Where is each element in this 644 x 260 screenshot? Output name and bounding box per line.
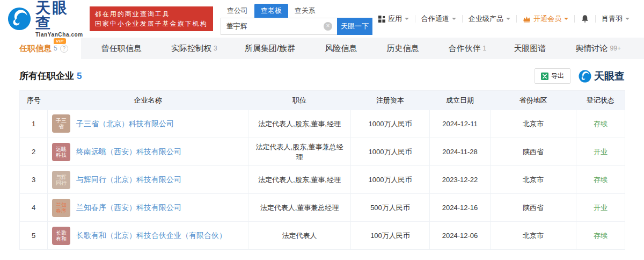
cell-position: 法定代表人,股东,董事兼总经理 (248, 138, 351, 166)
tianyancha-logo[interactable]: 天眼查 TianYanCha.com (8, 1, 83, 38)
column-header-capital: 注册资本 (351, 91, 430, 110)
nav-item-count: 3 (214, 45, 217, 52)
tianyancha-logo-icon (8, 7, 31, 31)
company-logo: 兰知 春序 (52, 199, 70, 217)
cell-capital: 500万人民币 (351, 194, 430, 222)
cell-date: 2024-12-16 (430, 194, 491, 222)
search-input[interactable] (221, 18, 337, 35)
section-head: 所有任职企业5 导出 天眼查 (19, 68, 625, 84)
cell-company: 远眺 科技 终南远眺（西安）科技有限公司 (48, 138, 248, 166)
nav-item[interactable]: 所属集团/族群 (238, 38, 304, 59)
nav-item-label: 实际控制权 (171, 44, 211, 54)
search-tab[interactable]: 查关系 (288, 4, 322, 18)
search-button[interactable]: 天眼一下 (337, 18, 372, 35)
nav-item[interactable]: 舆情讨论 99+ (569, 38, 628, 59)
company-link[interactable]: 长歌有和（北京）科技合伙企业（有限合伙） (76, 230, 226, 241)
nav-item[interactable]: 实际控制权 3 (164, 38, 224, 59)
cell-status: 存续 (576, 110, 625, 138)
page-title: 所有任职企业5 (19, 70, 82, 82)
apps-grid-icon (378, 16, 385, 23)
cell-company: 与辉 同行 与辉同行（北京）科技有限公司 (48, 166, 248, 194)
cell-index: 3 (20, 166, 48, 194)
company-link[interactable]: 与辉同行（北京）科技有限公司 (76, 175, 181, 185)
nav-item-label: 任职信息 (19, 44, 52, 54)
cell-date: 2024-11-28 (430, 138, 491, 166)
user-menu[interactable]: 肖青羽 (596, 14, 635, 24)
menu-apps[interactable]: 应用 (372, 14, 415, 24)
cell-capital: 1000万人民币 (351, 138, 430, 166)
company-logo: 远眺 科技 (52, 143, 70, 161)
cell-date: 2024-12-11 (430, 110, 491, 138)
column-header-status: 登记状态 (576, 91, 625, 110)
company-logo: 长歌 有和 (52, 227, 70, 245)
nav-item[interactable]: 历史信息 (379, 38, 428, 59)
promo-line-1: 都在用的商业查询工具 (95, 9, 208, 19)
nav-item[interactable]: 风险信息 (318, 38, 366, 59)
company-link[interactable]: 兰知春序（西安）科技有限公司 (76, 203, 181, 213)
chevron-down-icon (564, 18, 568, 22)
section-count: 5 (77, 71, 82, 81)
cell-region: 北京市 (491, 166, 576, 194)
top-header: 天眼查 TianYanCha.com 都在用的商业查询工具 国家中小企业发展子基… (0, 0, 644, 38)
promo-line-2: 国家中小企业发展子基金旗下机构 (95, 19, 208, 28)
nav-item-count: 99+ (610, 45, 621, 52)
export-button[interactable]: 导出 (535, 68, 570, 84)
column-header-position: 职位 (248, 91, 351, 110)
company-logo: 子三 省 (52, 114, 70, 133)
promo-badge: 都在用的商业查询工具 国家中小企业发展子基金旗下机构 (90, 6, 213, 31)
chevron-down-icon (506, 18, 510, 22)
column-header-date: 成立日期 (430, 91, 491, 110)
top-menu: 应用 合作通道 企业级产品 开通会员 (372, 14, 635, 24)
nav-item-count: 1 (483, 45, 487, 52)
export-label: 导出 (551, 71, 564, 81)
table-row: 1 子三 省 子三省（北京）科技有限公司 法定代表人,股东,董事,经理 1000… (20, 110, 625, 138)
column-header-company: 企业名称 (48, 91, 248, 110)
table-row: 4 兰知 春序 兰知春序（西安）科技有限公司 法定代表人,董事兼总经理 500万… (20, 194, 625, 222)
tianyancha-logo-icon (579, 70, 591, 83)
nav-item-label: 舆情讨论 (576, 44, 608, 54)
nav-item-label: 风险信息 (325, 44, 357, 54)
chevron-down-icon (405, 18, 409, 22)
menu-partner-channel[interactable]: 合作通道 (415, 14, 462, 24)
cell-company: 兰知 春序 兰知春序（西安）科技有限公司 (48, 194, 248, 222)
menu-vip-label: 开通会员 (533, 14, 561, 24)
menu-partner-label: 合作通道 (421, 14, 449, 24)
cell-capital: 100万人民币 (351, 222, 430, 250)
cell-capital: 1000万人民币 (351, 166, 430, 194)
table-row: 3 与辉 同行 与辉同行（北京）科技有限公司 法定代表人,股东,董事,经理 10… (20, 166, 625, 194)
cell-region: 陕西省 (491, 138, 576, 166)
notifications-button[interactable] (575, 15, 595, 24)
nav-item-label: 曾任职信息 (101, 44, 142, 54)
clear-icon[interactable]: × (324, 22, 332, 31)
menu-apps-label: 应用 (388, 14, 402, 24)
menu-open-membership[interactable]: 开通会员 (517, 14, 574, 24)
search-tab[interactable]: 查公司 (221, 4, 254, 18)
help-icon[interactable]: ? (60, 45, 68, 53)
cell-region: 陕西省 (491, 194, 576, 222)
watermark-text: 天眼查 (594, 69, 625, 83)
menu-enterprise-products[interactable]: 企业级产品 (463, 14, 516, 24)
cell-position: 法定代表人 (248, 222, 351, 250)
company-logo: 与辉 同行 (52, 171, 70, 189)
watermark-logo: 天眼查 (579, 69, 625, 83)
section-nav: VIP 任职信息 5 ? 曾任职信息 实际控制权 3 所属集团/族群 风险信息 … (0, 38, 644, 59)
cell-date: 2024-12-06 (430, 222, 491, 250)
nav-item[interactable]: VIP 任职信息 5 ? (0, 38, 81, 59)
company-link[interactable]: 终南远眺（西安）科技有限公司 (76, 147, 181, 157)
nav-item[interactable]: 合作伙伴 1 (442, 38, 494, 59)
nav-item-label: 历史信息 (386, 44, 419, 54)
table-row: 2 远眺 科技 终南远眺（西安）科技有限公司 法定代表人,股东,董事兼总经理 1… (20, 138, 625, 166)
chevron-down-icon (625, 18, 630, 22)
nav-item[interactable]: 曾任职信息 (94, 38, 151, 59)
cell-company: 子三 省 子三省（北京）科技有限公司 (48, 110, 248, 138)
excel-icon (541, 73, 548, 80)
cell-index: 2 (20, 138, 48, 166)
search-tab[interactable]: 查老板 (254, 4, 288, 18)
company-link[interactable]: 子三省（北京）科技有限公司 (76, 119, 174, 129)
logo-title: 天眼查 (35, 1, 83, 31)
nav-item[interactable]: 天眼图谱 (507, 38, 555, 59)
cell-position: 法定代表人,股东,董事,经理 (248, 110, 351, 138)
search-block: 查公司 查老板 查关系 × 天眼一下 (221, 4, 372, 35)
cell-region: 北京市 (491, 110, 576, 138)
nav-item-count: 5 (54, 45, 57, 52)
